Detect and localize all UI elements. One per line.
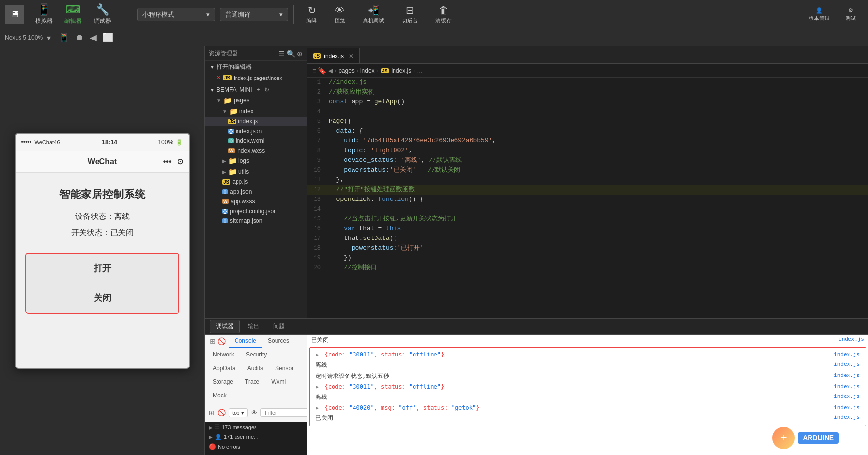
index-wxss-file[interactable]: W index.wxss — [205, 146, 307, 156]
refresh-icon[interactable]: ↻ — [264, 86, 269, 93]
breadcrumb-icons: ≡ — [312, 67, 316, 75]
close-file-icon[interactable]: ✕ — [217, 75, 221, 81]
search-icon[interactable]: 🔍 — [287, 50, 295, 58]
entry-link-7[interactable]: index.js — [834, 404, 860, 411]
open-file-label: index.js pages\index — [234, 75, 282, 81]
real-device-label: 真机调试 — [363, 17, 384, 24]
code-line-5: 5 Page({ — [307, 117, 868, 126]
sitemap-file[interactable]: {} sitemap.json — [205, 216, 307, 226]
index-js-tab[interactable]: JS index.js ✕ — [307, 48, 360, 63]
close-btn[interactable]: 关闭 — [26, 283, 178, 313]
debugger-btn[interactable]: 🔧 调试器 — [88, 1, 117, 27]
back-icon[interactable]: ◀ — [90, 32, 97, 43]
project-config-label: project.config.json — [230, 208, 277, 215]
phone-portrait-icon[interactable]: 📱 — [59, 32, 69, 43]
pages-folder[interactable]: ▼ 📁 pages — [205, 95, 307, 106]
utils-folder[interactable]: ▶ 📁 utils — [205, 166, 307, 177]
console-entry-4: 定时请求设备状态,默认五秒 index.js — [312, 371, 864, 382]
index-folder[interactable]: ▼ 📁 index — [205, 106, 307, 117]
open-file-item[interactable]: ✕ JS index.js pages\index — [205, 73, 307, 82]
preview-btn[interactable]: 👁 预览 — [327, 3, 353, 26]
app-json-file[interactable]: {} app.json — [205, 187, 307, 197]
user-msg-label: 171 user me... — [224, 434, 258, 440]
storage-tab[interactable]: Storage — [207, 376, 239, 389]
devtools-prohibit-icon[interactable]: 🚫 — [217, 337, 226, 345]
user-msg-row[interactable]: ▶ 👤 171 user me... — [205, 432, 307, 442]
close-tab-icon[interactable]: ✕ — [349, 53, 354, 59]
mock-tab[interactable]: Mock — [207, 389, 233, 403]
entry-link-3[interactable]: index.js — [834, 361, 860, 367]
entry-link-5[interactable]: index.js — [834, 383, 860, 390]
home-icon[interactable]: ⬜ — [102, 32, 113, 43]
console-tab[interactable]: Console — [229, 335, 262, 348]
network-tab[interactable]: Network — [207, 348, 240, 362]
entry-link-4[interactable]: index.js — [834, 372, 860, 378]
compile-selector[interactable]: 普通编译 ▾ — [220, 8, 288, 21]
device-dropdown-icon[interactable]: ▾ — [47, 33, 51, 42]
index-wxml-file[interactable]: ◇ index.wxml — [205, 136, 307, 146]
output-tab[interactable]: 输出 — [242, 320, 265, 333]
compile-btn[interactable]: ↻ 编译 — [298, 2, 325, 26]
sources-tab[interactable]: Sources — [262, 335, 295, 348]
simulator-panel: ••••• WeChat4G 18:14 100% 🔋 WeChat ••• ⊙ — [0, 46, 205, 455]
add-icon[interactable]: + — [257, 86, 260, 93]
mini-program-label: 小程序模式 — [142, 10, 174, 19]
simulator-body: ••••• WeChat4G 18:14 100% 🔋 WeChat ••• ⊙ — [0, 46, 204, 455]
project-config-file[interactable]: {} project.config.json — [205, 206, 307, 216]
back-nav-icon[interactable]: ◀ — [328, 67, 333, 74]
appdata-tab[interactable]: AppData — [207, 362, 241, 376]
index-json-file[interactable]: {} index.json — [205, 126, 307, 136]
signal-text: ••••• WeChat4G — [21, 139, 61, 146]
messages-total-row[interactable]: ▶ ☰ 173 messages — [205, 422, 307, 432]
app-wxss-file[interactable]: W app.wxss — [205, 197, 307, 206]
audits-tab[interactable]: Audits — [241, 362, 269, 376]
open-btn[interactable]: 打开 — [26, 254, 178, 283]
code-line-6: 6 data: { — [307, 126, 868, 136]
code-editor: 1 //index.js 2 //获取应用实例 3 const app = ge… — [307, 78, 868, 318]
nav-dots: ••• ⊙ — [163, 157, 183, 166]
logs-folder[interactable]: ▶ 📁 logs — [205, 156, 307, 166]
index-wxml-label: index.wxml — [236, 138, 264, 144]
mini-program-selector[interactable]: 小程序模式 ▾ — [137, 8, 215, 21]
warnings-row[interactable]: ▶ ⚠ 2 warnings — [205, 452, 307, 455]
real-device-btn[interactable]: 📲 真机调试 — [355, 2, 392, 26]
open-editors-label: 打开的编辑器 — [217, 63, 252, 71]
version-mgr-btn[interactable]: 👤 版本管理 — [802, 5, 837, 24]
app-js-file[interactable]: JS app.js — [205, 177, 307, 187]
security-tab[interactable]: Security — [240, 348, 273, 362]
cache-icon: 🗑 — [439, 5, 449, 16]
settings-icon[interactable]: ⋮ — [273, 86, 279, 93]
index-js-file[interactable]: JS index.js — [205, 117, 307, 126]
eye-filter-icon[interactable]: 👁 — [251, 409, 257, 416]
test-btn[interactable]: ⚙ 测试 — [839, 5, 863, 24]
entry-link-6[interactable]: index.js — [834, 393, 860, 399]
file-explorer: 资源管理器 ☰ 🔍 ⊕ ▼ 打开的编辑器 ✕ JS index.js pages… — [205, 46, 307, 318]
compile-icon: ↻ — [308, 4, 316, 16]
no-errors-row[interactable]: 🔴 No errors — [205, 442, 307, 452]
editor-btn[interactable]: ⌨ 编辑器 — [59, 1, 88, 27]
entry-link-2[interactable]: index.js — [834, 351, 860, 357]
devtools-expand-icon[interactable]: ⊞ — [210, 337, 216, 345]
list-icon[interactable]: ☰ — [278, 50, 285, 58]
console-expand-icon[interactable]: ⊞ — [209, 409, 215, 416]
wxml-tab[interactable]: Wxml — [265, 376, 292, 389]
record-icon[interactable]: ⏺ — [75, 33, 84, 43]
console-prohibit-icon[interactable]: 🚫 — [217, 409, 226, 416]
code-line-2: 2 //获取应用实例 — [307, 87, 868, 97]
problems-tab[interactable]: 问题 — [267, 320, 291, 333]
console-context-select[interactable]: top ▾ — [229, 408, 248, 417]
console-filter-toolbar: ⊞ 🚫 top ▾ 👁 Default levels ▾ — [205, 403, 307, 422]
sensor-tab[interactable]: Sensor — [269, 362, 299, 376]
console-filter-input[interactable] — [260, 408, 307, 417]
clear-cache-btn[interactable]: 🗑 清缓存 — [428, 3, 459, 26]
version-mgr-label: 版本管理 — [809, 15, 830, 22]
simulator-btn[interactable]: 📱 模拟器 — [29, 1, 59, 27]
entry-link-1[interactable]: index.js — [838, 336, 864, 342]
new-file-icon[interactable]: ⊕ — [297, 50, 303, 58]
entry-link-8[interactable]: index.js — [834, 414, 860, 420]
trace-tab[interactable]: Trace — [239, 376, 265, 389]
simulator-label: 模拟器 — [35, 17, 53, 25]
cut-backend-btn[interactable]: ⊟ 切后台 — [394, 2, 426, 26]
debugger-tab[interactable]: 调试器 — [210, 320, 240, 333]
index-folder-icon: 📁 — [229, 107, 237, 115]
